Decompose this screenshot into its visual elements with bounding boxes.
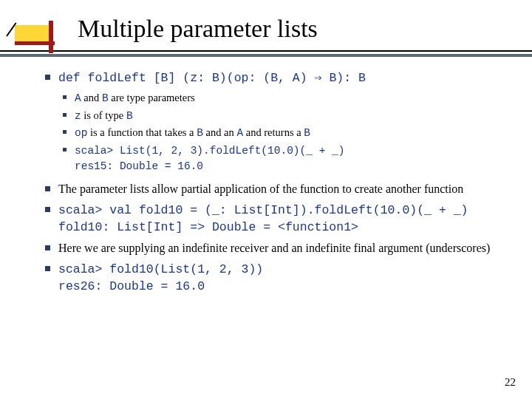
text: is a function that takes a — [87, 126, 197, 138]
text: and returns a — [243, 126, 304, 138]
bullet-list: def foldLeft [B] (z: B)(op: (B, A) ⇒ B):… — [41, 69, 510, 295]
code-inline: B — [126, 110, 133, 122]
bullet-item: scala> val fold10 = (_: List[Int]).foldL… — [41, 202, 510, 236]
code-text: scala> List(1, 2, 3).foldLeft(10.0)(_ + … — [75, 145, 344, 157]
text: The parameter lists allow partial applic… — [58, 183, 463, 195]
code-text: res26: Double = 16.0 — [58, 279, 205, 293]
slide-body: def foldLeft [B] (z: B)(op: (B, A) ⇒ B):… — [0, 62, 532, 295]
header-decoration-yellow — [15, 25, 52, 41]
code-inline: op — [75, 127, 87, 139]
sub-bullet-item: A and B are type parameters — [58, 91, 510, 106]
code-text: fold10: List[Int] => Double = <function1… — [58, 220, 358, 234]
text: and an — [203, 126, 237, 138]
code-text: scala> fold10(List(1, 2, 3)) — [58, 262, 263, 276]
text: are type parameters — [109, 92, 195, 103]
page-number: 22 — [505, 376, 516, 389]
sub-bullet-item: op is a function that takes a B and an A… — [58, 126, 510, 141]
bullet-item: scala> fold10(List(1, 2, 3)) res26: Doub… — [41, 261, 510, 296]
code-inline: z — [75, 110, 81, 122]
header-decoration-red-v — [49, 21, 53, 53]
sub-bullet-list: A and B are type parameters z is of type… — [58, 91, 510, 174]
header-rules — [0, 46, 532, 62]
code-text: def foldLeft [B] (z: B)(op: (B, A) ⇒ B):… — [58, 71, 366, 85]
code-inline: B — [102, 92, 109, 104]
code-inline: B — [304, 127, 310, 139]
code-inline: A — [75, 92, 81, 104]
sub-bullet-item: z is of type B — [58, 109, 510, 124]
slide-title: Multiple parameter lists — [0, 0, 532, 46]
code-text: res15: Double = 16.0 — [75, 160, 203, 172]
bullet-item: Here we are supplying an indefinite rece… — [41, 240, 510, 256]
text: is of type — [81, 109, 126, 121]
code-inline: B — [197, 127, 203, 139]
sub-bullet-item: scala> List(1, 2, 3).foldLeft(10.0)(_ + … — [58, 143, 510, 174]
bullet-item: def foldLeft [B] (z: B)(op: (B, A) ⇒ B):… — [41, 69, 510, 174]
text: and — [81, 92, 102, 103]
code-inline: A — [236, 127, 243, 139]
text: Here we are supplying an indefinite rece… — [58, 242, 490, 254]
bullet-item: The parameter lists allow partial applic… — [41, 181, 510, 197]
code-text: scala> val fold10 = (_: List[Int]).foldL… — [58, 203, 468, 217]
